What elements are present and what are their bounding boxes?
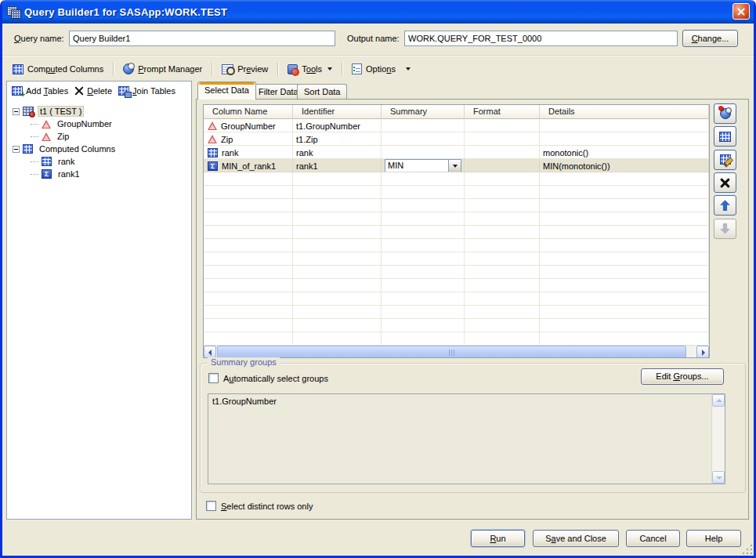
column-name-text: Zip (221, 135, 233, 144)
sigma-icon (42, 169, 52, 179)
move-down-icon (720, 223, 730, 234)
tree-item-t1-test[interactable]: t1 ( TEST ) (7, 105, 191, 118)
computed-grid-icon (23, 144, 33, 154)
table-row-zip[interactable]: Zipt1.Zip (204, 132, 709, 146)
computed-columns-button[interactable] (714, 126, 736, 147)
add-tables-button[interactable]: Add Tables (12, 86, 68, 96)
table-row-empty (204, 186, 709, 199)
cell-column-name: rank (204, 146, 293, 159)
cancel-button[interactable]: Cancel (626, 530, 680, 547)
table-row-rank[interactable]: rankrankmonotonic() (204, 146, 709, 159)
empty-cell (465, 186, 540, 199)
empty-cell (204, 226, 293, 239)
preview-label: Preview (237, 64, 268, 74)
tab-label: Select Data (204, 82, 249, 99)
empty-cell (382, 306, 465, 319)
tools-menu-button[interactable]: Tools (284, 62, 336, 77)
toolbar-separator (113, 62, 114, 76)
column-header-details[interactable]: Details (540, 105, 709, 119)
output-name-input[interactable] (404, 31, 678, 46)
table-row-empty (204, 172, 709, 186)
empty-cell (293, 252, 382, 266)
tab-sort-data[interactable]: Sort Data (297, 84, 347, 100)
tree-expander-icon[interactable] (13, 146, 20, 153)
scroll-right-button[interactable] (696, 346, 709, 358)
table-row-empty (204, 199, 709, 212)
table-row-groupnumber[interactable]: GroupNumbert1.GroupNumber (204, 119, 709, 132)
empty-cell (204, 239, 293, 252)
summary-groups-list[interactable]: t1.GroupNumber (208, 393, 725, 484)
window-title: Query Builder1 for SASApp:WORK.TEST (24, 6, 227, 18)
edit-groups-button[interactable]: Edit Groups... (641, 368, 724, 385)
prompt-icon (720, 108, 731, 119)
title-bar[interactable]: Query Builder1 for SASApp:WORK.TEST (0, 0, 756, 24)
tree-item-rank[interactable]: rank (7, 155, 191, 168)
output-name-label: Output name: (347, 31, 400, 46)
edit-columns-button[interactable] (714, 150, 736, 170)
empty-cell (540, 319, 709, 332)
grid-header-row: Column NameIdentifierSummaryFormatDetail… (204, 105, 709, 119)
delete-icon (74, 86, 84, 96)
delete-button[interactable] (714, 172, 736, 193)
empty-cell (204, 172, 293, 186)
help-button[interactable]: Help (686, 530, 741, 547)
join-tables-label: Join Tables (132, 86, 175, 96)
scrollbar-thumb[interactable] (217, 346, 686, 358)
vertical-scrollbar[interactable] (711, 394, 725, 484)
cell-format (465, 132, 540, 146)
delete-button[interactable]: Delete (74, 86, 112, 96)
table-row-empty (204, 292, 709, 306)
horizontal-scrollbar[interactable] (204, 345, 709, 357)
computed-columns-icon (719, 132, 731, 142)
empty-cell (382, 332, 465, 344)
table-row-empty (204, 306, 709, 319)
empty-cell (382, 252, 465, 266)
run-button[interactable]: Run (471, 530, 525, 547)
tree-item-computed-columns[interactable]: Computed Columns (7, 143, 191, 155)
tree-item-label: rank1 (56, 168, 82, 179)
distinct-rows-checkbox-row[interactable]: Select distinct rows only (206, 501, 313, 511)
scroll-up-button[interactable] (712, 394, 725, 407)
computed-grid-icon (42, 157, 52, 166)
distinct-rows-checkbox[interactable] (206, 501, 216, 511)
empty-cell (540, 199, 709, 212)
resize-grip[interactable] (741, 543, 752, 554)
combobox-dropdown-button[interactable] (448, 160, 461, 172)
column-header-format[interactable]: Format (465, 105, 540, 119)
preview-button[interactable]: Preview (218, 62, 272, 77)
tab-select-data[interactable]: Select Data (197, 82, 256, 100)
column-name-text: rank (222, 148, 238, 158)
toolbar-separator (212, 62, 212, 76)
auto-select-groups-checkbox[interactable] (208, 373, 219, 383)
tree-expander-icon[interactable] (13, 108, 20, 115)
close-button[interactable] (732, 3, 750, 20)
query-name-input[interactable] (69, 31, 335, 46)
column-header-summary[interactable]: Summary (382, 105, 465, 119)
empty-cell (382, 279, 465, 292)
scroll-left-button[interactable] (204, 346, 216, 358)
cell-format (465, 159, 540, 172)
move-up-button[interactable] (714, 195, 736, 216)
column-header-identifier[interactable]: Identifier (293, 105, 382, 119)
join-tables-button[interactable]: Join Tables (118, 86, 175, 96)
tree-item-zip[interactable]: Zip (7, 130, 191, 143)
scroll-down-button[interactable] (712, 471, 725, 484)
tree-item-groupnumber[interactable]: GroupNumber (7, 118, 191, 130)
column-header-column-name[interactable]: Column Name (204, 105, 293, 119)
save-and-close-button[interactable]: Save and Close (533, 530, 619, 547)
auto-select-groups-checkbox-row[interactable]: Automatically select groups (208, 373, 328, 383)
empty-cell (540, 279, 709, 292)
table-row-min-of-rank1[interactable]: MIN_of_rank1rank1MINMIN(monotonic()) (204, 159, 709, 172)
prompt-manager-button[interactable]: Prompt Manager (119, 61, 206, 77)
list-item[interactable]: t1.GroupNumber (208, 394, 725, 406)
prompt-button[interactable] (714, 103, 736, 124)
tree-connector (31, 174, 38, 175)
tree-item-rank1[interactable]: rank1 (7, 168, 191, 180)
summary-combobox[interactable]: MIN (385, 159, 461, 172)
empty-cell (204, 306, 293, 319)
computed-columns-button[interactable]: Computed Columns (9, 62, 107, 77)
options-menu-button[interactable]: Options (348, 61, 414, 77)
delete-icon (719, 177, 731, 188)
change-button[interactable]: Change... (682, 30, 738, 47)
empty-cell (465, 226, 540, 239)
